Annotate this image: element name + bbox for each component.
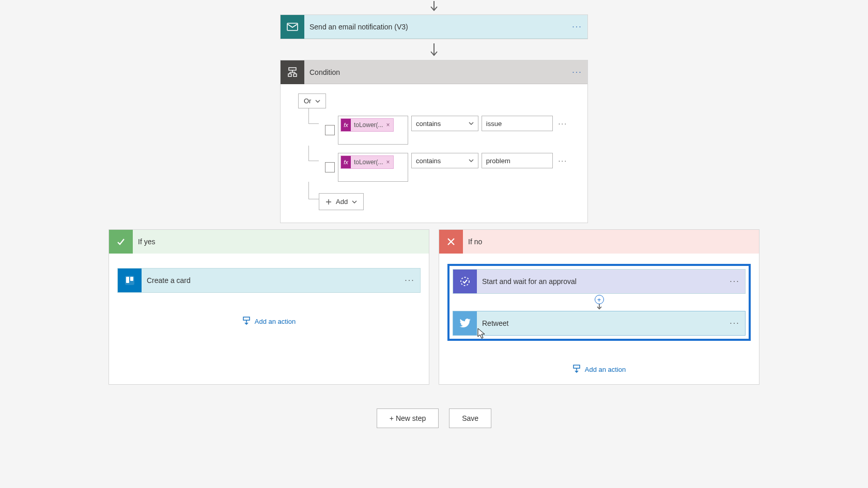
rule-operator-select[interactable]: contains xyxy=(411,116,478,131)
plus-icon xyxy=(326,199,332,205)
tree-connector-icon xyxy=(308,146,319,161)
fx-badge-icon: fx xyxy=(341,156,351,168)
condition-menu[interactable]: ··· xyxy=(567,68,587,77)
fx-remove-icon[interactable]: × xyxy=(386,121,390,129)
rule-row-menu[interactable]: ··· xyxy=(556,153,570,168)
fx-badge-icon: fx xyxy=(341,119,351,131)
tree-connector-icon xyxy=(308,182,319,199)
logic-selector[interactable]: Or xyxy=(298,93,326,108)
branch-yes: If yes Create a card ··· xyxy=(109,229,429,385)
fx-token[interactable]: fx toLower(... × xyxy=(340,118,393,132)
rule-operator-label: contains xyxy=(416,157,441,165)
chevron-down-icon xyxy=(352,200,357,203)
branch-no-title: If no xyxy=(463,238,482,246)
flow-arrow-with-insert: + xyxy=(453,295,746,311)
rule-checkbox[interactable] xyxy=(325,125,335,135)
condition-header[interactable]: Condition ··· xyxy=(281,60,587,84)
condition-icon xyxy=(281,60,304,84)
fx-token[interactable]: fx toLower(... × xyxy=(340,155,393,169)
retweet-action-menu[interactable]: ··· xyxy=(724,319,745,328)
svg-rect-1 xyxy=(289,68,296,70)
rule-value-input[interactable]: problem xyxy=(482,153,553,168)
rule-operator-select[interactable]: contains xyxy=(411,153,478,168)
branch-yes-header[interactable]: If yes xyxy=(109,230,429,254)
svg-point-8 xyxy=(461,277,469,286)
rule-row-menu[interactable]: ··· xyxy=(556,116,570,131)
rule-value-text: problem xyxy=(486,157,510,165)
approval-action-card[interactable]: Start and wait for an approval ··· xyxy=(453,269,746,294)
svg-rect-9 xyxy=(574,365,580,368)
rule-left-expression[interactable]: fx toLower(... × xyxy=(338,153,408,182)
rule-checkbox[interactable] xyxy=(325,162,335,172)
svg-rect-2 xyxy=(288,74,291,76)
svg-rect-6 xyxy=(130,277,133,281)
flow-arrow-icon xyxy=(429,1,439,12)
no-add-action-button[interactable]: Add an action xyxy=(447,365,751,374)
condition-rule-row: fx toLower(... × contains problem ··· xyxy=(308,153,570,182)
yes-add-action-button[interactable]: Add an action xyxy=(117,317,421,326)
chevron-down-icon xyxy=(469,122,474,125)
condition-title: Condition xyxy=(304,68,567,76)
add-action-icon xyxy=(242,317,251,326)
chevron-down-icon xyxy=(315,100,320,103)
svg-rect-3 xyxy=(293,74,297,76)
rule-operator-label: contains xyxy=(416,120,441,128)
logic-label: Or xyxy=(304,97,311,105)
trello-icon xyxy=(118,269,142,292)
condition-body: Or fx toLower(... × contains xyxy=(281,84,587,223)
tree-connector-icon xyxy=(308,108,319,124)
approval-icon xyxy=(453,270,477,293)
mail-icon xyxy=(281,15,304,39)
branch-no: If no Start and wait for an approval ··· xyxy=(439,229,760,385)
email-step-card[interactable]: Send an email notification (V3) ··· xyxy=(280,14,588,39)
svg-rect-7 xyxy=(243,317,250,320)
add-action-icon xyxy=(572,365,581,374)
new-step-label: + New step xyxy=(390,414,426,422)
fx-label: toLower(... xyxy=(354,121,383,129)
rule-left-expression[interactable]: fx toLower(... × xyxy=(338,116,408,145)
save-button[interactable]: Save xyxy=(449,408,491,428)
retweet-action-card[interactable]: Retweet ··· xyxy=(453,311,746,336)
condition-rule-row: fx toLower(... × contains issue ··· xyxy=(308,116,570,145)
svg-rect-5 xyxy=(126,277,129,283)
email-step-menu[interactable]: ··· xyxy=(567,22,587,32)
twitter-icon xyxy=(453,311,477,335)
trello-action-card[interactable]: Create a card ··· xyxy=(117,268,421,293)
approval-action-title: Start and wait for an approval xyxy=(477,277,724,286)
rule-value-text: issue xyxy=(486,120,502,128)
retweet-action-title: Retweet xyxy=(477,319,724,327)
branch-yes-title: If yes xyxy=(133,238,155,246)
add-rule-button[interactable]: Add xyxy=(319,193,364,210)
new-step-button[interactable]: + New step xyxy=(377,408,439,428)
branch-no-header[interactable]: If no xyxy=(439,230,759,254)
email-step-title: Send an email notification (V3) xyxy=(304,23,567,31)
check-icon xyxy=(109,230,133,254)
fx-label: toLower(... xyxy=(354,159,383,166)
flow-arrow-icon xyxy=(429,43,439,58)
save-label: Save xyxy=(462,414,478,422)
yes-add-action-label: Add an action xyxy=(255,318,296,325)
add-rule-label: Add xyxy=(336,198,348,206)
svg-rect-0 xyxy=(287,23,298,30)
selected-action-group: Start and wait for an approval ··· + xyxy=(447,264,751,341)
chevron-down-icon xyxy=(469,159,474,162)
rule-value-input[interactable]: issue xyxy=(482,116,553,131)
close-icon xyxy=(439,230,463,254)
trello-action-menu[interactable]: ··· xyxy=(399,276,420,285)
trello-action-title: Create a card xyxy=(142,276,399,285)
approval-action-menu[interactable]: ··· xyxy=(724,277,745,286)
fx-remove-icon[interactable]: × xyxy=(386,159,390,166)
insert-step-button[interactable]: + xyxy=(595,295,604,304)
condition-card: Condition ··· Or fx toLower(... × contai… xyxy=(280,60,588,223)
no-add-action-label: Add an action xyxy=(585,366,626,373)
